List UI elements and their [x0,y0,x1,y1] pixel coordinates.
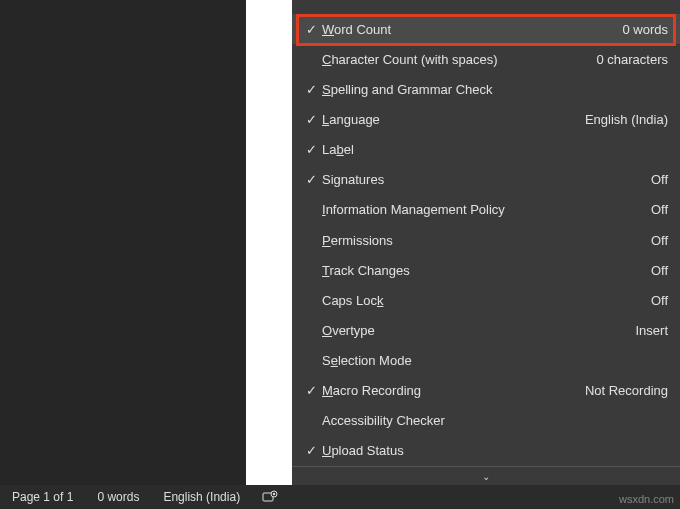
menu-item-value: English (India) [585,112,668,127]
macro-record-icon[interactable] [252,485,288,509]
menu-item-spelling-grammar[interactable]: ✓ Spelling and Grammar Check [292,74,680,104]
statusbar-customize-menu: ✓ Word Count 0 words Character Count (wi… [292,0,680,485]
checkmark-icon: ✓ [300,443,322,458]
menu-item-value: 0 characters [596,52,668,67]
menu-spacer [292,0,680,14]
menu-item-word-count[interactable]: ✓ Word Count 0 words [292,14,680,44]
status-language[interactable]: English (India) [151,485,252,509]
menu-item-label: Selection Mode [322,353,668,368]
menu-item-label: Macro Recording [322,383,585,398]
checkmark-icon: ✓ [300,82,322,97]
svg-point-2 [273,493,275,495]
menu-item-label: Caps Lock [322,293,651,308]
checkmark-icon: ✓ [300,142,322,157]
chevron-down-icon: ⌄ [482,471,490,482]
menu-item-upload-status[interactable]: ✓ Upload Status [292,436,680,466]
menu-item-label: Spelling and Grammar Check [322,82,668,97]
menu-item-value: Not Recording [585,383,668,398]
checkmark-icon: ✓ [300,383,322,398]
menu-item-label-option[interactable]: ✓ Label [292,135,680,165]
menu-item-value: Off [651,293,668,308]
menu-item-label: Character Count (with spaces) [322,52,596,67]
menu-item-value: 0 words [622,22,668,37]
status-page[interactable]: Page 1 of 1 [0,485,85,509]
status-words[interactable]: 0 words [85,485,151,509]
menu-item-label: Accessibility Checker [322,413,668,428]
menu-item-overtype[interactable]: Overtype Insert [292,315,680,345]
menu-item-label: Permissions [322,233,651,248]
menu-item-value: Off [651,172,668,187]
menu-item-value: Insert [635,323,668,338]
menu-expand-button[interactable]: ⌄ [292,466,680,485]
menu-item-accessibility-checker[interactable]: Accessibility Checker [292,406,680,436]
status-bar: Page 1 of 1 0 words English (India) [0,485,680,509]
checkmark-icon: ✓ [300,22,322,37]
editor-dark-pane [0,0,246,485]
checkmark-icon: ✓ [300,112,322,127]
menu-item-label: Word Count [322,22,622,37]
document-page [246,0,292,485]
menu-item-language[interactable]: ✓ Language English (India) [292,105,680,135]
menu-item-permissions[interactable]: Permissions Off [292,225,680,255]
menu-item-character-count[interactable]: Character Count (with spaces) 0 characte… [292,44,680,74]
menu-item-value: Off [651,263,668,278]
menu-item-label: Signatures [322,172,651,187]
checkmark-icon: ✓ [300,172,322,187]
menu-item-label: Overtype [322,323,635,338]
menu-item-label: Label [322,142,668,157]
menu-item-label: Language [322,112,585,127]
menu-item-value: Off [651,233,668,248]
menu-item-label: Information Management Policy [322,202,651,217]
menu-item-selection-mode[interactable]: Selection Mode [292,346,680,376]
menu-item-info-mgmt-policy[interactable]: Information Management Policy Off [292,195,680,225]
menu-item-signatures[interactable]: ✓ Signatures Off [292,165,680,195]
menu-item-track-changes[interactable]: Track Changes Off [292,255,680,285]
menu-item-macro-recording[interactable]: ✓ Macro Recording Not Recording [292,376,680,406]
menu-item-caps-lock[interactable]: Caps Lock Off [292,285,680,315]
menu-item-value: Off [651,202,668,217]
menu-item-label: Track Changes [322,263,651,278]
menu-item-label: Upload Status [322,443,668,458]
